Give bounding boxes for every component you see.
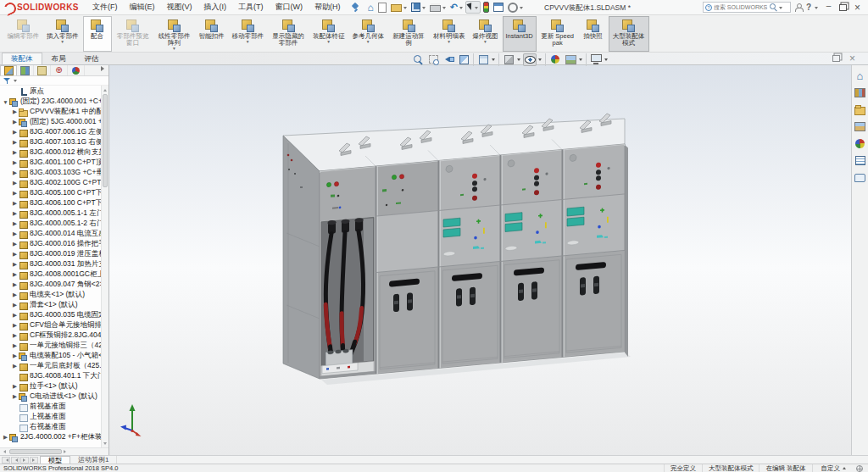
new-document-icon[interactable] [376,1,388,14]
expander-icon[interactable]: ▶ [11,322,19,329]
ribbon-button[interactable]: 参考几何体 ▾ [349,16,388,52]
expander-icon[interactable]: ▶ [11,271,19,278]
expander-icon[interactable]: ▶ [11,108,19,115]
home-icon[interactable] [365,1,375,14]
menu-item[interactable]: 编辑(E) [124,0,159,14]
hide-show-items-icon[interactable] [523,53,537,66]
section-view-icon[interactable] [457,53,470,66]
save-icon[interactable] [409,1,427,14]
expander-icon[interactable]: ▶ [11,230,19,237]
dropdown-caret-icon[interactable] [537,53,542,66]
tree-item[interactable]: ▶ 8JG.4000.012 横向支架 <1- [0,147,108,158]
ribbon-button[interactable]: 拍快照 [579,16,608,52]
ribbon-button[interactable]: Instant3D [503,16,537,52]
tree-item[interactable]: ▶ 8JG.4001.100 C+PT顶板<1 [0,158,108,168]
panel-tab[interactable] [0,65,17,75]
ribbon-button[interactable]: 零部件预览窗口 [113,16,153,52]
taskpane-appearances-icon[interactable] [853,136,867,151]
panel-tab[interactable] [17,65,34,75]
help-caret-icon[interactable] [815,7,818,11]
commandmanager-tab[interactable]: 布局 [42,53,75,64]
expander-icon[interactable]: ▶ [11,342,19,349]
menu-item[interactable]: 窗口(W) [270,0,308,14]
search-icon[interactable] [770,3,777,11]
tree-item[interactable]: ▶ 8JG.4007.103.1G 右侧板-侧 [0,137,108,147]
tree-item[interactable]: 前视基准面 [0,402,108,412]
ribbon-button[interactable]: 配合 [83,16,112,52]
expander-icon[interactable]: ▶ [11,363,19,369]
apply-scene-icon[interactable] [564,53,577,66]
expander-icon[interactable]: ▶ [11,241,19,247]
tree-item[interactable]: ▶ CPVVV装配体1 中的配合 [0,107,108,117]
tree-item[interactable]: ▶ 8JG.4000.016 操作把手固定 [0,239,108,249]
menu-item[interactable]: 文件(F) [87,0,123,14]
tree-item[interactable]: ▶ 拉手<1> (默认) [0,381,108,391]
ribbon-button[interactable]: 编辑零部件 [4,16,43,52]
panel-tab[interactable] [68,65,85,75]
expander-icon[interactable]: ▶ [11,180,19,186]
model-tab[interactable]: 模型 [40,456,70,464]
expander-icon[interactable]: ▶ [11,119,19,125]
expander-icon[interactable]: ▶ [11,312,19,319]
ribbon-button[interactable]: 装配体特征 ▾ [309,16,348,52]
rewind-button[interactable] [2,457,10,464]
tree-item[interactable]: ▶ 8JG.4000.005.1-2 右门挡 ( [0,219,108,229]
tree-item[interactable]: ▶ 8JG.4000.019 泄压盖板 <1 [0,249,108,259]
filter-icon[interactable] [3,77,11,85]
graphics-area[interactable] [109,65,868,455]
dropdown-caret-icon[interactable] [603,53,609,66]
expander-icon[interactable]: ▶ [11,332,19,339]
tree-item[interactable]: ▶ 8JG.4003.103G +C+垂直隔 [0,168,108,178]
tree-item[interactable]: ▶ 滑套<1> (默认) [0,300,108,310]
scroll-thumb[interactable] [9,449,62,454]
filter-caret-icon[interactable] [14,80,17,84]
close-button[interactable] [850,1,865,14]
scroll-up-icon[interactable] [102,86,108,92]
expander-icon[interactable]: ▶ [11,200,19,207]
select-icon[interactable] [465,1,481,14]
expander-icon[interactable]: ▶ [11,139,19,146]
panel-tab[interactable] [34,65,51,75]
zoom-to-fit-icon[interactable] [411,53,425,66]
dropdown-caret-icon[interactable] [577,53,583,66]
tree-item[interactable]: ▶ 8JG.4002.100G C+PT水平隔 [0,178,108,188]
menu-item[interactable]: 工具(T) [233,0,269,14]
rebuild-icon[interactable] [481,1,491,14]
expander-icon[interactable]: ▶ [11,210,19,217]
dropdown-caret-icon[interactable] [515,53,521,66]
ribbon-button[interactable]: 智能扣件 [196,16,228,52]
customize-button[interactable]: 自定义 [812,464,855,472]
ribbon-button[interactable]: 新建运动算例 [388,16,429,52]
expander-icon[interactable]: ▼ [2,99,9,105]
expander-icon[interactable]: ▶ [11,129,19,136]
tree-item[interactable]: 上视基准面 [0,412,108,422]
tree-item[interactable]: ▶ CFV组合单元接地铜排1.8JG. [0,320,108,330]
tree-item[interactable]: ▶ 8JG.4007.006.1G 左侧板-侧 [0,127,108,137]
globe-icon[interactable] [856,465,863,472]
ribbon-button[interactable]: 插入零部件 ▾ [43,16,82,52]
tree-item[interactable]: ▶ 一单元后底封板（425.360） [0,361,108,371]
menu-item[interactable]: 插入(I) [198,0,231,14]
tree-item[interactable]: ▶ 2JG.4000.002 +F+柜体装配<1> [0,432,108,442]
tree-horizontal-scrollbar[interactable] [0,447,108,455]
ribbon-button[interactable]: 爆炸视图 ▾ [470,16,502,52]
tree-item[interactable]: ▶ 8JG.4005.100 C+PT下隔前板 [0,188,108,198]
tree-item[interactable]: ▶ C电动进线<1> (默认) [0,391,108,402]
doc-restore-button[interactable] [831,53,842,64]
play-button[interactable] [20,457,29,464]
step-back-button[interactable] [11,457,19,464]
tree-item[interactable]: ▶ 一单元接地铜排三（425）8J [0,341,108,351]
tree-item[interactable]: ▶ 8JG.4008.0001GC柜上门<2 [0,269,108,280]
tree-item[interactable]: ▶ 电缆夹<1> (默认) [0,290,108,300]
model-tab[interactable]: 运动算例1 [70,456,117,464]
search-caret-icon[interactable] [779,7,782,11]
display-style-icon[interactable] [502,53,515,66]
minimize-button[interactable] [821,1,836,14]
search-input[interactable] [714,4,768,10]
taskpane-home-icon[interactable] [853,69,867,83]
tree-item[interactable]: ▶ 8JG.4000.031 加热片支架< [0,259,108,269]
expander-icon[interactable]: ▶ [11,383,19,390]
previous-view-icon[interactable] [442,53,455,66]
ribbon-button[interactable]: 显示隐藏的零部件 [268,16,309,52]
ribbon-button[interactable]: 移动零部件 ▾ [229,16,268,52]
